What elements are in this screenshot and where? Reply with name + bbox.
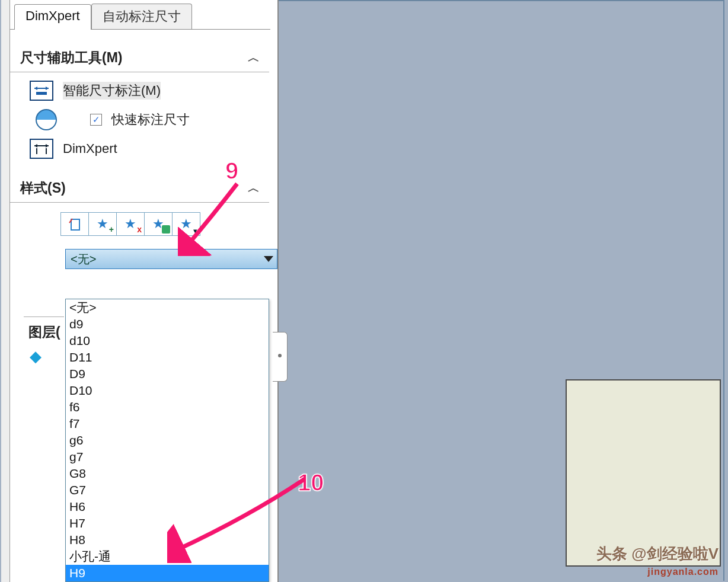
quick-dim-icon bbox=[36, 109, 57, 130]
style-option[interactable]: H9 bbox=[66, 565, 269, 581]
svg-rect-3 bbox=[36, 92, 47, 95]
style-option[interactable]: f6 bbox=[66, 399, 269, 415]
style-option[interactable]: D10 bbox=[66, 382, 269, 399]
tab-dimxpert[interactable]: DimXpert bbox=[14, 4, 91, 30]
layer-icon: ◆ bbox=[30, 347, 41, 366]
style-add-button[interactable]: ★+ bbox=[89, 213, 117, 235]
style-option[interactable]: g6 bbox=[66, 432, 269, 449]
annotation-arrow-10 bbox=[167, 474, 315, 563]
style-option[interactable]: d10 bbox=[66, 332, 269, 349]
dimxpert-icon bbox=[30, 139, 53, 159]
watermark-url: jingyanla.com bbox=[647, 567, 719, 577]
collapse-icon[interactable]: ︿ bbox=[248, 50, 266, 66]
dimxpert-tool-label[interactable]: DimXpert bbox=[63, 141, 117, 156]
chevron-down-icon bbox=[264, 256, 273, 262]
svg-marker-6 bbox=[46, 144, 49, 148]
style-option[interactable]: D11 bbox=[66, 349, 269, 366]
style-option[interactable]: d9 bbox=[66, 316, 269, 332]
quick-dim-label: 快速标注尺寸 bbox=[111, 111, 190, 129]
panel-flyout-handle[interactable] bbox=[273, 332, 288, 382]
style-delete-button[interactable]: ★x bbox=[117, 213, 145, 235]
collapse-icon[interactable]: ︿ bbox=[248, 180, 266, 196]
section-layer-title: 图层( bbox=[28, 323, 60, 341]
svg-marker-1 bbox=[34, 87, 37, 90]
svg-marker-2 bbox=[46, 87, 49, 90]
section-style-title: 样式(S) bbox=[20, 179, 66, 197]
watermark-text: 头条 @剑经验啦V bbox=[596, 543, 719, 564]
tab-auto-dimension[interactable]: 自动标注尺寸 bbox=[91, 4, 192, 29]
smart-dimension-label[interactable]: 智能尺寸标注(M) bbox=[63, 82, 161, 100]
svg-rect-10 bbox=[162, 225, 170, 234]
style-save-button[interactable]: ★ bbox=[145, 213, 173, 235]
svg-marker-5 bbox=[34, 144, 37, 148]
style-apply-button[interactable] bbox=[61, 213, 89, 235]
preview-panel bbox=[566, 379, 721, 567]
style-option[interactable]: f7 bbox=[66, 415, 269, 432]
panel-edge bbox=[1, 0, 10, 582]
quick-dim-checkbox[interactable]: ✓ bbox=[90, 114, 102, 126]
style-dropdown-value: <无> bbox=[71, 251, 96, 267]
style-option[interactable]: g7 bbox=[66, 449, 269, 465]
annotation-arrow-9 bbox=[178, 179, 243, 256]
style-option[interactable]: <无> bbox=[66, 299, 269, 316]
section-dimension-tools-title: 尺寸辅助工具(M) bbox=[20, 49, 122, 67]
svg-rect-9 bbox=[71, 219, 79, 230]
smart-dimension-icon bbox=[30, 81, 53, 101]
style-dropdown[interactable]: <无> bbox=[65, 249, 277, 269]
style-option[interactable]: D9 bbox=[66, 366, 269, 382]
